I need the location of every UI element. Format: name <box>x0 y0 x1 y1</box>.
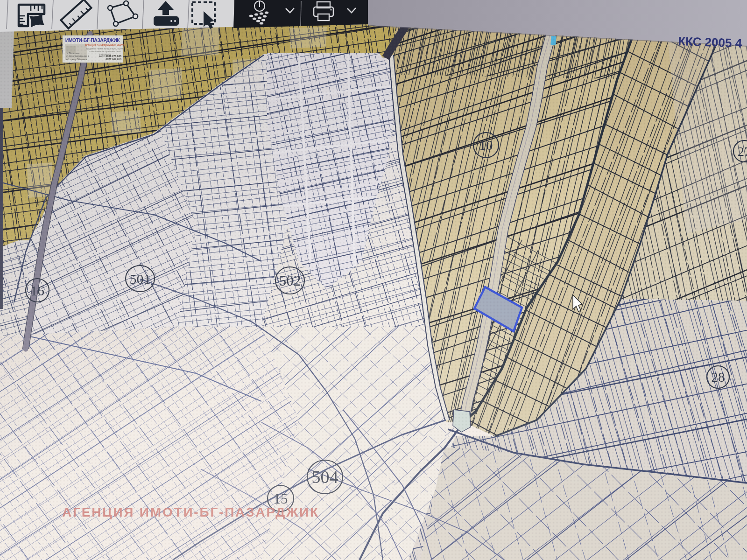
svg-text:ККС 2005 4: ККС 2005 4 <box>678 34 742 50</box>
